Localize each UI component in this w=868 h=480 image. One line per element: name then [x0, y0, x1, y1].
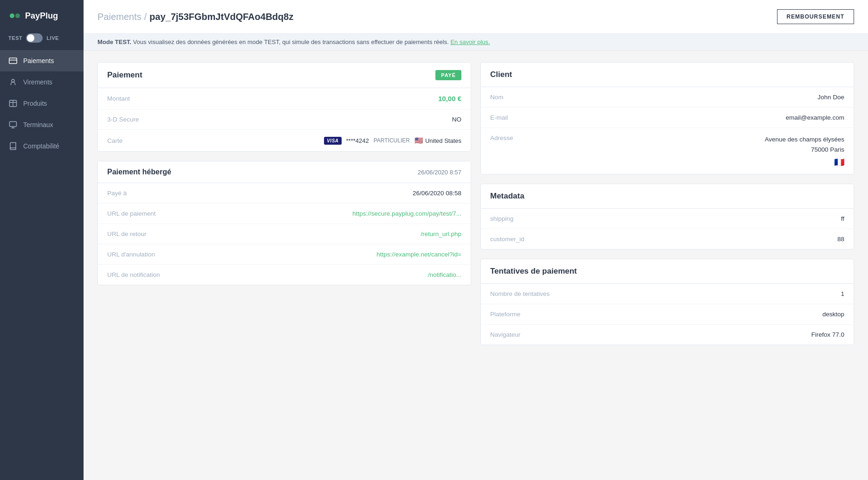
test-banner-prefix: Mode TEST.: [97, 38, 131, 45]
book-icon: [8, 141, 18, 151]
sidebar: PayPlug TEST LIVE Paiements Virements: [0, 0, 84, 480]
left-column: Paiement PAYÉ Montant 10,00 € 3-D Secure…: [97, 62, 471, 345]
logo-text: PayPlug: [25, 11, 58, 21]
customer-id-value: 88: [837, 236, 844, 243]
carte-country-name: United States: [425, 137, 461, 144]
visa-badge: VISA: [324, 137, 341, 145]
france-flag-icon: 🇫🇷: [834, 157, 844, 167]
sidebar-item-label: Virements: [23, 78, 52, 86]
customer-id-row: customer_id 88: [481, 229, 854, 249]
terminal-icon: [8, 120, 18, 129]
mode-toggle-row: TEST LIVE: [0, 32, 84, 50]
customer-id-label: customer_id: [490, 236, 525, 243]
svg-rect-8: [10, 122, 17, 127]
url-retour-value[interactable]: /return_url.php: [421, 230, 461, 237]
payment-card: Paiement PAYÉ Montant 10,00 € 3-D Secure…: [97, 62, 471, 152]
plateforme-row: Plateforme desktop: [481, 304, 854, 325]
payment-card-title: Paiement: [107, 70, 143, 80]
metadata-card-header: Metadata: [481, 184, 854, 209]
navigateur-label: Navigateur: [490, 331, 520, 338]
carte-country: 🇺🇸 United States: [415, 136, 461, 145]
client-card: Client Nom John Doe E-mail email@example…: [480, 62, 854, 174]
breadcrumb-current: pay_7j53FGbmJtVdQFAo4Bdq8z: [149, 12, 293, 22]
3dsecure-value: NO: [452, 116, 461, 123]
url-notification-label: URL de notification: [107, 271, 160, 278]
test-banner: Mode TEST. Vous visualisez des données g…: [84, 34, 868, 51]
montant-label: Montant: [107, 95, 130, 102]
url-retour-label: URL de retour: [107, 230, 146, 237]
email-value: email@example.com: [786, 114, 844, 121]
sidebar-item-virements[interactable]: Virements: [0, 71, 84, 93]
sidebar-item-label: Terminaux: [23, 121, 53, 128]
test-banner-message: Vous visualisez des données générées en …: [133, 38, 449, 45]
email-label: E-mail: [490, 114, 508, 121]
navigateur-row: Navigateur Firefox 77.0: [481, 325, 854, 345]
paye-a-value: 26/06/2020 08:58: [413, 190, 461, 197]
box-icon: [8, 99, 18, 108]
payment-card-header: Paiement PAYÉ: [98, 63, 471, 88]
3dsecure-label: 3-D Secure: [107, 116, 139, 123]
hosted-payment-title: Paiement hébergé: [107, 168, 171, 176]
navigateur-value: Firefox 77.0: [811, 331, 844, 338]
adresse-label: Adresse: [490, 134, 513, 141]
hosted-payment-header: Paiement hébergé 26/06/2020 8:57: [98, 161, 471, 183]
sidebar-item-terminaux[interactable]: Terminaux: [0, 114, 84, 135]
test-banner-link[interactable]: En savoir plus.: [450, 38, 490, 45]
url-paiement-row: URL de paiement https://secure.payplug.c…: [98, 204, 471, 224]
client-card-title: Client: [490, 70, 512, 79]
bank-icon: [8, 77, 18, 87]
shipping-label: shipping: [490, 215, 513, 222]
sidebar-item-paiements[interactable]: Paiements: [0, 50, 84, 71]
carte-label: Carte: [107, 137, 123, 144]
carte-details: VISA ****4242 PARTICULIER 🇺🇸 United Stat…: [324, 136, 461, 145]
breadcrumb: Paiements / pay_7j53FGbmJtVdQFAo4Bdq8z: [97, 12, 293, 22]
hosted-payment-card: Paiement hébergé 26/06/2020 8:57 Payé à …: [97, 161, 471, 285]
content-grid: Paiement PAYÉ Montant 10,00 € 3-D Secure…: [84, 51, 868, 480]
svg-point-1: [15, 13, 20, 18]
sidebar-nav: Paiements Virements Produits: [0, 50, 84, 480]
credit-card-icon: [8, 56, 18, 65]
url-annulation-row: URL d'annulation https://example.net/can…: [98, 244, 471, 265]
metadata-card: Metadata shipping ff customer_id 88: [480, 184, 854, 250]
url-paiement-value[interactable]: https://secure.payplug.com/pay/test/7...: [352, 210, 461, 217]
sidebar-item-produits[interactable]: Produits: [0, 93, 84, 114]
paye-a-label: Payé à: [107, 190, 127, 197]
svg-rect-2: [9, 58, 17, 64]
mode-toggle-switch[interactable]: [26, 33, 43, 43]
url-notification-value[interactable]: /notificatio...: [428, 271, 461, 278]
shipping-row: shipping ff: [481, 209, 854, 229]
3dsecure-row: 3-D Secure NO: [98, 109, 471, 130]
page-header: Paiements / pay_7j53FGbmJtVdQFAo4Bdq8z R…: [84, 0, 868, 34]
sidebar-item-label: Paiements: [23, 57, 54, 64]
plateforme-value: desktop: [823, 311, 844, 318]
email-row: E-mail email@example.com: [481, 108, 854, 128]
paye-a-row: Payé à 26/06/2020 08:58: [98, 183, 471, 204]
plateforme-label: Plateforme: [490, 311, 520, 318]
breadcrumb-parent[interactable]: Paiements: [97, 12, 142, 22]
tentatives-card-title: Tentatives de paiement: [490, 267, 577, 276]
carte-row: Carte VISA ****4242 PARTICULIER 🇺🇸 Unite…: [98, 130, 471, 151]
url-annulation-value[interactable]: https://example.net/cancel?id=: [376, 251, 461, 258]
refund-button[interactable]: REMBOURSEMENT: [777, 9, 854, 24]
main-content: Paiements / pay_7j53FGbmJtVdQFAo4Bdq8z R…: [84, 0, 868, 480]
logo: PayPlug: [0, 0, 84, 32]
logo-icon: [8, 9, 21, 22]
url-paiement-label: URL de paiement: [107, 210, 156, 217]
nom-label: Nom: [490, 94, 504, 101]
shipping-value: ff: [841, 215, 844, 222]
nom-value: John Doe: [817, 94, 844, 101]
nb-tentatives-label: Nombre de tentatives: [490, 290, 550, 297]
carte-type: PARTICULIER: [374, 137, 410, 144]
montant-row: Montant 10,00 €: [98, 88, 471, 109]
nb-tentatives-value: 1: [841, 290, 844, 297]
breadcrumb-separator: /: [144, 12, 147, 22]
card-number: ****4242: [346, 137, 369, 144]
live-label: LIVE: [46, 35, 59, 41]
hosted-payment-date: 26/06/2020 8:57: [418, 169, 461, 176]
client-card-header: Client: [481, 63, 854, 87]
metadata-card-title: Metadata: [490, 192, 525, 201]
right-column: Client Nom John Doe E-mail email@example…: [480, 62, 854, 345]
nb-tentatives-row: Nombre de tentatives 1: [481, 284, 854, 304]
url-notification-row: URL de notification /notificatio...: [98, 265, 471, 285]
sidebar-item-comptabilite[interactable]: Comptabilité: [0, 135, 84, 157]
